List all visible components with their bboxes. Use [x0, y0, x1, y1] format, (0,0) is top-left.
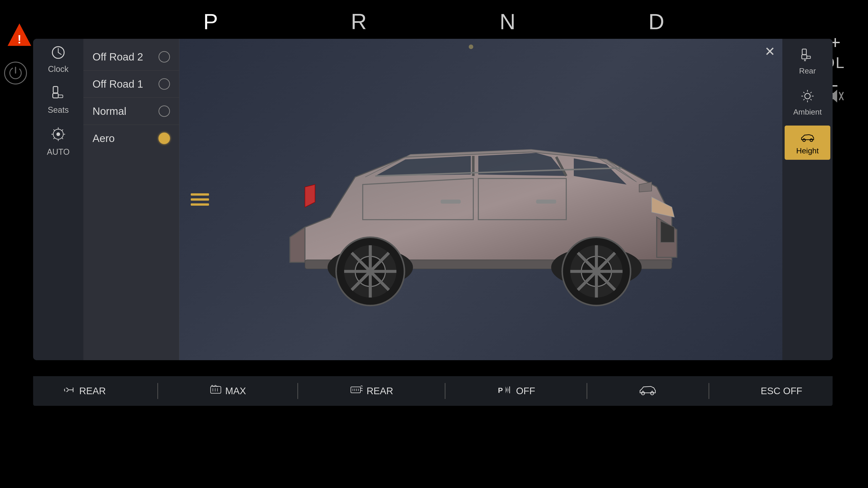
- status-parking[interactable]: P OFF: [497, 384, 535, 398]
- status-divider-5: [709, 383, 709, 399]
- susp-line-2: [191, 198, 209, 201]
- svg-rect-46: [802, 49, 806, 55]
- svg-marker-76: [507, 386, 509, 393]
- top-dot-decoration: [469, 44, 473, 49]
- gear-N: N: [500, 9, 516, 34]
- svg-point-79: [651, 392, 654, 395]
- option-offroad1-radio[interactable]: [158, 78, 170, 90]
- rear-heat-icon: [350, 384, 364, 398]
- status-bar: REAR MAX: [33, 376, 833, 406]
- content-area: ✕: [179, 39, 782, 360]
- close-button[interactable]: ✕: [762, 43, 778, 59]
- sidebar-seats-label: Seats: [48, 105, 69, 115]
- option-normal-radio[interactable]: [158, 105, 170, 117]
- svg-point-51: [805, 93, 810, 99]
- status-suspension[interactable]: [639, 384, 657, 398]
- gear-P: P: [203, 9, 218, 34]
- option-aero-radio[interactable]: [158, 133, 170, 144]
- status-divider-3: [445, 383, 445, 399]
- sidebar-item-seats[interactable]: Seats: [48, 85, 69, 115]
- right-sidebar: Rear Ambient: [782, 39, 833, 360]
- svg-line-21: [62, 129, 63, 131]
- option-offroad1-label: Off Road 1: [93, 78, 143, 90]
- svg-rect-47: [802, 55, 807, 59]
- heat-max-label: MAX: [225, 386, 246, 396]
- svg-text:!: !: [18, 33, 21, 46]
- right-rear-label: Rear: [799, 66, 816, 75]
- svg-rect-11: [53, 93, 58, 98]
- clock-icon: [52, 46, 65, 63]
- rear-heat-label: REAR: [367, 386, 393, 396]
- susp-line-1: [191, 193, 209, 196]
- gear-D: D: [649, 9, 665, 34]
- right-item-height[interactable]: Height: [785, 126, 830, 160]
- svg-rect-43: [441, 199, 461, 204]
- svg-line-56: [803, 92, 805, 93]
- svg-point-62: [64, 388, 68, 392]
- ambient-icon: [800, 89, 814, 106]
- auto-icon: [50, 126, 66, 145]
- svg-point-61: [810, 139, 813, 141]
- svg-line-22: [54, 138, 55, 139]
- svg-line-19: [54, 129, 55, 131]
- svg-point-78: [642, 392, 645, 395]
- hazard-button[interactable]: !: [7, 23, 32, 48]
- svg-point-60: [803, 139, 805, 141]
- suspension-status-icon: [639, 384, 657, 398]
- status-esc[interactable]: ESC OFF: [761, 386, 802, 396]
- right-item-ambient[interactable]: Ambient: [785, 85, 830, 121]
- option-offroad1[interactable]: Off Road 1: [83, 70, 179, 98]
- status-rear-light[interactable]: REAR: [63, 384, 106, 398]
- option-aero-label: Aero: [93, 132, 115, 144]
- parking-label: OFF: [516, 386, 535, 396]
- parking-icon: P: [497, 384, 513, 398]
- sidebar-item-clock[interactable]: Clock: [48, 46, 68, 74]
- esc-label: ESC OFF: [761, 386, 802, 396]
- svg-line-9: [58, 53, 61, 55]
- right-height-label: Height: [796, 146, 819, 155]
- rear-light-label: REAR: [79, 386, 106, 396]
- svg-rect-48: [807, 56, 810, 59]
- heat-icon: [210, 384, 222, 398]
- svg-rect-65: [211, 386, 221, 393]
- option-offroad2-radio[interactable]: [158, 51, 170, 63]
- option-aero[interactable]: Aero: [83, 125, 179, 152]
- option-normal[interactable]: Normal: [83, 98, 179, 125]
- svg-line-20: [62, 138, 63, 139]
- status-divider-1: [157, 383, 158, 399]
- sidebar-item-auto[interactable]: AUTO: [47, 126, 69, 157]
- svg-line-58: [810, 92, 812, 93]
- svg-marker-75: [505, 386, 507, 393]
- svg-rect-10: [53, 87, 58, 93]
- right-item-rear[interactable]: Rear: [785, 43, 830, 80]
- status-heat-max[interactable]: MAX: [210, 384, 246, 398]
- height-icon: [800, 130, 814, 145]
- svg-text:P: P: [498, 386, 503, 394]
- options-panel: Off Road 2 Off Road 1 Normal Aero: [83, 39, 179, 360]
- sidebar-auto-label: AUTO: [47, 147, 69, 157]
- svg-point-23: [56, 132, 60, 136]
- left-sidebar: Clock Seats: [33, 39, 83, 360]
- power-button[interactable]: [4, 62, 27, 85]
- main-screen: Clock Seats: [33, 39, 833, 360]
- car-visualization: [255, 63, 707, 336]
- status-divider-2: [298, 383, 298, 399]
- svg-line-59: [803, 99, 805, 100]
- status-rear-heat[interactable]: REAR: [350, 384, 393, 398]
- svg-rect-69: [351, 387, 361, 393]
- status-divider-4: [587, 383, 587, 399]
- svg-rect-12: [58, 95, 63, 98]
- rear-seat-icon: [800, 48, 814, 65]
- gear-row: P R N D: [0, 9, 868, 34]
- option-offroad2[interactable]: Off Road 2: [83, 43, 179, 70]
- svg-rect-44: [536, 199, 556, 204]
- rear-light-icon: [63, 384, 76, 398]
- gear-R: R: [351, 9, 367, 34]
- susp-line-3: [191, 203, 209, 206]
- option-offroad2-label: Off Road 2: [93, 51, 143, 63]
- sidebar-clock-label: Clock: [48, 64, 68, 74]
- right-ambient-label: Ambient: [793, 107, 822, 117]
- car-svg: [255, 63, 707, 336]
- suspension-lines-icon: [191, 193, 209, 206]
- seats-icon: [51, 85, 66, 103]
